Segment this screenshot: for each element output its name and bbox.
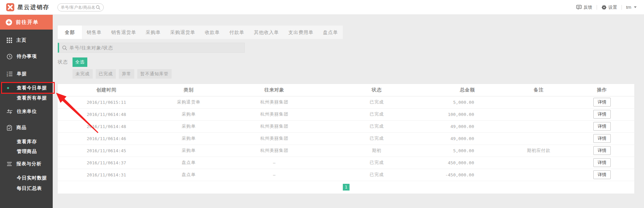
status-filter-label: 状态	[58, 59, 73, 65]
status-option-no-notify[interactable]: 暂不通知库管	[137, 69, 172, 79]
cell-created-time: 2016/11/0614:37	[58, 157, 155, 169]
cell-note	[508, 169, 570, 181]
app-title: 星云进销存	[17, 3, 49, 11]
cell-note	[508, 157, 570, 169]
clock-icon	[7, 54, 12, 59]
tab-purchase-order[interactable]: 采购单	[141, 26, 166, 39]
header-note: 备注	[508, 84, 570, 96]
sidebar-item-view-stock[interactable]: 查看库存	[0, 137, 53, 146]
sidebar-item-home[interactable]: 主页	[0, 32, 53, 48]
order-filter-search-input[interactable]	[70, 45, 241, 50]
table-row: 2016/11/0615:11 采购退货单 杭州美丽集团 已完成 5,000.0…	[58, 96, 634, 108]
sidebar-item-label: 报表与分析	[16, 161, 42, 167]
cell-amount: 49,000.00	[427, 132, 508, 144]
topbar-actions: 反馈 设置 trn	[576, 4, 637, 10]
plus-circle-icon	[5, 19, 12, 26]
header-party: 往来对象	[222, 84, 326, 96]
sidebar-item-orders[interactable]: 1 2 3 单据	[0, 66, 53, 82]
page-number-button[interactable]: 1	[343, 184, 350, 191]
cell-type: 盘点单	[155, 169, 222, 181]
tab-receipt[interactable]: 收款单	[200, 26, 225, 39]
detail-button[interactable]: 详情	[593, 98, 611, 107]
cell-created-time: 2016/11/0614:31	[58, 169, 155, 181]
tab-expense[interactable]: 支出费用单	[284, 26, 318, 39]
status-option-unfinished[interactable]: 未完成	[73, 69, 93, 79]
cell-status: 已完成	[326, 169, 427, 181]
cell-status: 期初	[326, 144, 427, 157]
global-search-input[interactable]	[61, 5, 96, 10]
status-filter: 状态 全选 未完成 已完成 异常 暂不通知库管	[58, 57, 644, 79]
sidebar-item-view-today-orders[interactable]: 查看今日单据	[0, 82, 53, 93]
tab-payment[interactable]: 付款单	[225, 26, 249, 39]
cell-status: 已完成	[326, 108, 427, 120]
global-search[interactable]	[57, 3, 104, 11]
sidebar-item-todo[interactable]: 待办事项	[0, 48, 53, 65]
status-select-all-button[interactable]: 全选	[73, 57, 87, 67]
cell-created-time: 2016/11/0614:48	[58, 108, 155, 120]
detail-button[interactable]: 详情	[593, 146, 611, 155]
header-amount: 总金额	[427, 84, 508, 96]
sidebar: 前往开单 主页 待办事项 1 2 3 单据 查看今日单据 查看所有单据	[0, 15, 53, 208]
feedback-button[interactable]: 反馈	[576, 4, 592, 10]
table-row: 2016/11/0614:46 采购单 杭州美丽集团 已完成 49,000.00…	[58, 132, 634, 144]
settings-button[interactable]: 设置	[601, 4, 617, 10]
cell-created-time: 2016/11/0615:11	[58, 96, 155, 108]
tab-other-income[interactable]: 其他收入单	[249, 26, 284, 39]
swap-arrows-icon	[7, 109, 12, 114]
sidebar-item-view-all-orders[interactable]: 查看所有单据	[0, 93, 53, 102]
cell-type: 盘点单	[155, 157, 222, 169]
main-area: 全部 销售单 销售退货单 采购单 采购退货单 收款单 付款单 其他收入单 支出费…	[53, 15, 644, 208]
tab-sales-order[interactable]: 销售单	[82, 26, 106, 39]
detail-button[interactable]: 详情	[593, 122, 611, 131]
create-order-button[interactable]: 前往开单	[0, 15, 53, 30]
create-order-label: 前往开单	[16, 19, 39, 26]
sidebar-item-label: 管理商品	[17, 149, 37, 154]
tab-purchase-return[interactable]: 采购退货单	[166, 26, 200, 39]
table-row: 2016/11/0614:48 采购单 杭州美丽集团 已完成 49,000.00…	[58, 120, 634, 132]
header-created-time: 创建时间	[58, 84, 155, 96]
order-filter-search[interactable]	[58, 43, 245, 53]
tab-stocktake[interactable]: 盘点单	[318, 26, 343, 39]
speech-bubble-icon	[576, 5, 582, 10]
sidebar-item-label: 商品	[16, 125, 27, 131]
cell-note	[508, 120, 570, 132]
username: trn	[626, 5, 631, 10]
sidebar-item-reports[interactable]: 报表与分析	[0, 156, 53, 172]
orders-table: 创建时间 类别 往来对象 状态 总金额 备注 操作 2016/11/0615:1…	[58, 84, 634, 181]
app-logo: 星云进销存	[6, 3, 49, 11]
cell-note	[508, 132, 570, 144]
settings-label: 设置	[608, 4, 617, 10]
sidebar-item-products[interactable]: 商品	[0, 120, 53, 136]
cell-note	[508, 96, 570, 108]
cell-type: 采购退货单	[155, 96, 222, 108]
tab-sales-return[interactable]: 销售退货单	[106, 26, 141, 39]
cell-type: 采购单	[155, 108, 222, 120]
gear-icon	[601, 5, 607, 10]
user-menu[interactable]: trn	[626, 5, 637, 10]
cell-party: 杭州美丽集团	[222, 144, 326, 157]
tab-all[interactable]: 全部	[58, 26, 82, 39]
detail-button[interactable]: 详情	[593, 134, 611, 143]
detail-button[interactable]: 详情	[593, 158, 611, 167]
cell-amount: 49,000.00	[427, 120, 508, 132]
cell-party: 杭州美丽集团	[222, 96, 326, 108]
cell-party: –	[222, 169, 326, 181]
cell-party: 杭州美丽集团	[222, 120, 326, 132]
table-row: 2016/11/0614:31 盘点单 – 已完成 -450,000.00 详情	[58, 169, 634, 181]
three-lines-icon	[7, 162, 12, 166]
sidebar-item-daily-summary[interactable]: 每日汇总表	[0, 184, 53, 193]
detail-button[interactable]: 详情	[593, 170, 611, 179]
detail-button[interactable]: 详情	[593, 110, 611, 119]
status-option-abnormal[interactable]: 异常	[119, 69, 134, 79]
cell-note	[508, 108, 570, 120]
cell-note: 期初应付款	[508, 144, 570, 157]
sidebar-item-contacts[interactable]: 往来单位	[0, 103, 53, 120]
sidebar-item-label: 查看库存	[17, 139, 37, 144]
sidebar-item-today-data[interactable]: 今日实时数据	[0, 173, 53, 182]
sidebar-item-manage-products[interactable]: 管理商品	[0, 147, 53, 156]
cell-status: 已完成	[326, 132, 427, 144]
table-row: 2016/11/0614:48 采购单 杭州美丽集团 已完成 100,000.0…	[58, 108, 634, 120]
status-option-finished[interactable]: 已完成	[96, 69, 116, 79]
divider	[622, 5, 622, 10]
search-icon	[96, 5, 100, 10]
